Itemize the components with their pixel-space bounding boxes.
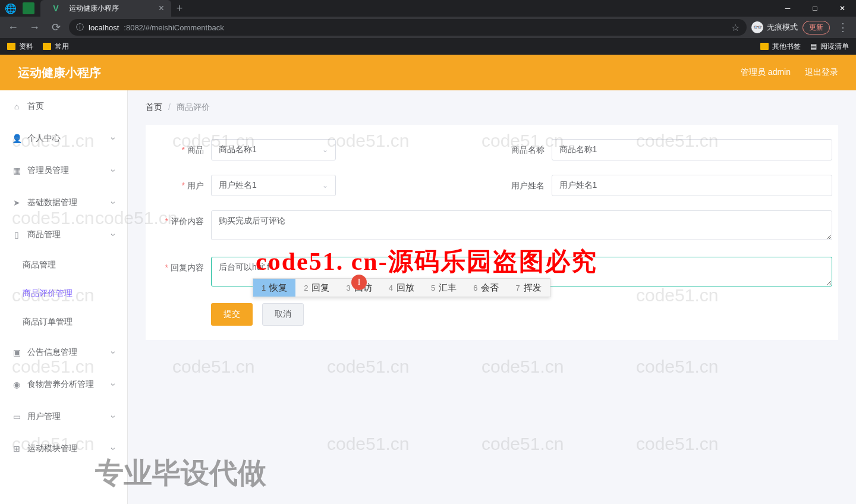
vue-icon: V xyxy=(48,0,64,17)
back-button[interactable]: ← xyxy=(5,19,21,36)
browser-tab[interactable]: V 运动健康小程序 × xyxy=(40,0,171,17)
ime-candidate-7[interactable]: 7挥发 xyxy=(507,279,549,297)
breadcrumb-current: 商品评价 xyxy=(177,102,210,112)
user-select[interactable]: 用户姓名1 xyxy=(211,175,336,196)
click-indicator: I xyxy=(351,275,367,290)
user-icon: 👤 xyxy=(12,134,21,143)
module-icon: ⊞ xyxy=(12,444,21,453)
ime-candidate-1[interactable]: 1恢复 xyxy=(253,279,295,297)
incognito-indicator[interactable]: 👓 无痕模式 xyxy=(751,21,798,33)
ime-candidate-4[interactable]: 4回放 xyxy=(380,279,423,297)
sidebar-item-basedata[interactable]: ➤基础数据管理 xyxy=(0,187,127,219)
breadcrumb: 首页 / 商品评价 xyxy=(146,90,838,125)
comment-label: *评价内容 xyxy=(152,210,211,232)
minimize-button[interactable]: ─ xyxy=(774,0,801,17)
sidebar-item-notice[interactable]: ▣公告信息管理 xyxy=(0,336,127,368)
bookmark-star-icon[interactable]: ☆ xyxy=(731,22,739,33)
user-name-input[interactable] xyxy=(552,175,833,196)
tab-title: 运动健康小程序 xyxy=(69,4,119,14)
url-path: :8082/#/meishiCommentback xyxy=(124,23,224,32)
box-icon: ▯ xyxy=(12,230,21,240)
chart-icon: ◉ xyxy=(12,380,21,389)
product-name-input[interactable] xyxy=(552,139,833,160)
bookmark-bar: 资料 常用 其他书签 ▤阅读清单 xyxy=(0,38,856,55)
logout-link[interactable]: 退出登录 xyxy=(805,67,838,78)
insecure-icon: ⓘ xyxy=(76,22,84,33)
globe-icon[interactable]: 🌐 xyxy=(2,0,19,17)
ime-candidate-6[interactable]: 6会否 xyxy=(465,279,507,297)
main-content: 首页 / 商品评价 *商品 商品名称1 商品名称 *用户 用户姓名1 xyxy=(128,90,856,504)
comment-textarea[interactable] xyxy=(211,210,832,240)
app-title: 运动健康小程序 xyxy=(18,65,101,81)
breadcrumb-sep: / xyxy=(168,102,171,112)
folder-icon xyxy=(760,43,769,50)
url-input[interactable]: ⓘ localhost :8082/#/meishiCommentback ☆ xyxy=(69,19,747,36)
form-item-product: *商品 商品名称1 xyxy=(152,139,492,160)
tab-bar: 🌐 V 运动健康小程序 × + ─ □ ✕ xyxy=(0,0,856,17)
product-select[interactable]: 商品名称1 xyxy=(211,139,336,160)
sidebar-sub-order[interactable]: 商品订单管理 xyxy=(0,308,127,336)
home-icon: ⌂ xyxy=(12,102,21,111)
sidebar: ⌂首页 👤个人中心 ▦管理员管理 ➤基础数据管理 ▯商品管理 商品管理 商品评价… xyxy=(0,90,128,504)
reading-list[interactable]: ▤阅读清单 xyxy=(810,42,849,52)
sidebar-item-home[interactable]: ⌂首页 xyxy=(0,90,127,122)
app-header: 运动健康小程序 管理员 admin 退出登录 xyxy=(0,55,856,90)
list-icon: ▤ xyxy=(810,42,817,51)
breadcrumb-home[interactable]: 首页 xyxy=(146,102,162,112)
bell-icon: ▣ xyxy=(12,348,21,357)
forward-button[interactable]: → xyxy=(26,19,43,36)
users-icon: ▭ xyxy=(12,412,21,421)
reload-button[interactable]: ⟳ xyxy=(48,19,64,36)
sidebar-item-personal[interactable]: 👤个人中心 xyxy=(0,122,127,155)
form-item-product-name: 商品名称 xyxy=(492,139,833,160)
form-item-user-name: 用户姓名 xyxy=(492,175,833,196)
form-item-comment: *评价内容 xyxy=(152,210,832,242)
ime-candidate-bar: 1恢复 2回复 3回访 4回放 5汇丰 6会否 7挥发 xyxy=(253,278,550,297)
maximize-button[interactable]: □ xyxy=(801,0,829,17)
tab-close-icon[interactable]: × xyxy=(159,3,164,14)
form-item-reply: *回复内容 1恢复 2回复 3回访 4回放 5汇丰 6会否 7挥发 xyxy=(152,257,832,289)
button-row: 提交 取消 xyxy=(152,303,832,326)
sidebar-sub-comment[interactable]: 商品评价管理 xyxy=(0,279,127,308)
new-tab-button[interactable]: + xyxy=(171,2,188,15)
send-icon: ➤ xyxy=(12,198,21,207)
bookmark-folder-zl[interactable]: 资料 xyxy=(7,42,33,52)
address-bar: ← → ⟳ ⓘ localhost :8082/#/meishiCommentb… xyxy=(0,17,856,38)
sidebar-item-product[interactable]: ▯商品管理 xyxy=(0,219,127,251)
sidebar-sub-product[interactable]: 商品管理 xyxy=(0,251,127,279)
folder-icon xyxy=(43,43,51,50)
reply-label: *回复内容 xyxy=(152,257,211,278)
url-host: localhost xyxy=(89,23,119,32)
sidebar-item-admin[interactable]: ▦管理员管理 xyxy=(0,155,127,187)
incognito-icon: 👓 xyxy=(751,21,763,33)
form-card: *商品 商品名称1 商品名称 *用户 用户姓名1 用户姓名 xyxy=(146,125,838,340)
cancel-button[interactable]: 取消 xyxy=(262,303,304,326)
admin-label[interactable]: 管理员 admin xyxy=(741,67,791,78)
product-label: *商品 xyxy=(152,139,211,160)
sidebar-item-user[interactable]: ▭用户管理 xyxy=(0,401,127,433)
bookmark-folder-cy[interactable]: 常用 xyxy=(43,42,69,52)
sidebar-item-food[interactable]: ◉食物营养分析管理 xyxy=(0,368,127,401)
close-window-button[interactable]: ✕ xyxy=(829,0,856,17)
submit-button[interactable]: 提交 xyxy=(211,303,253,326)
product-name-label: 商品名称 xyxy=(492,139,552,160)
app-body: ⌂首页 👤个人中心 ▦管理员管理 ➤基础数据管理 ▯商品管理 商品管理 商品评价… xyxy=(0,90,856,504)
sidebar-item-sport[interactable]: ⊞运动模块管理 xyxy=(0,433,127,465)
menu-icon[interactable]: ⋮ xyxy=(835,19,851,36)
bookmark-other[interactable]: 其他书签 xyxy=(760,42,801,52)
browser-chrome: 🌐 V 运动健康小程序 × + ─ □ ✕ ← → ⟳ ⓘ localhost … xyxy=(0,0,856,55)
ime-candidate-2[interactable]: 2回复 xyxy=(295,279,338,297)
user-label: *用户 xyxy=(152,175,211,196)
update-button[interactable]: 更新 xyxy=(802,21,830,34)
window-controls: ─ □ ✕ xyxy=(774,0,856,17)
user-name-label: 用户姓名 xyxy=(492,175,552,196)
form-item-user: *用户 用户姓名1 xyxy=(152,175,492,196)
app-icon[interactable] xyxy=(23,2,34,14)
grid-icon: ▦ xyxy=(12,166,21,175)
folder-icon xyxy=(7,43,15,50)
ime-candidate-5[interactable]: 5汇丰 xyxy=(423,279,465,297)
